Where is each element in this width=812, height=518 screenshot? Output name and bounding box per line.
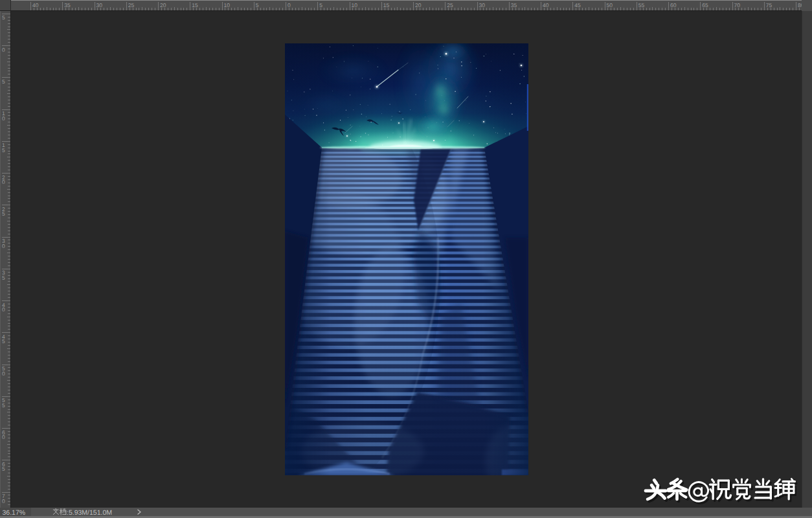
svg-text:0: 0 — [2, 179, 5, 185]
svg-text:5: 5 — [2, 14, 5, 21]
svg-text:15: 15 — [192, 2, 198, 8]
svg-text:5: 5 — [2, 402, 5, 409]
svg-text:15: 15 — [383, 2, 390, 8]
svg-text:50: 50 — [607, 2, 613, 8]
svg-text:5: 5 — [319, 2, 322, 8]
svg-text:45: 45 — [574, 2, 581, 8]
svg-text:5: 5 — [2, 210, 5, 217]
svg-text:5: 5 — [2, 466, 5, 472]
svg-text:5: 5 — [2, 147, 5, 153]
svg-text:35: 35 — [511, 2, 517, 8]
svg-text:0: 0 — [288, 2, 291, 8]
svg-text:40: 40 — [32, 2, 39, 8]
svg-text:0: 0 — [2, 243, 5, 249]
svg-text:0: 0 — [2, 370, 5, 377]
svg-text:10: 10 — [352, 2, 358, 8]
svg-text:36.17%: 36.17% — [3, 509, 26, 517]
svg-text:30: 30 — [479, 2, 486, 8]
svg-text:0: 0 — [2, 306, 5, 313]
svg-text:25: 25 — [447, 2, 453, 8]
svg-text::5.93M/151.0M: :5.93M/151.0M — [67, 509, 112, 517]
svg-text:5: 5 — [256, 2, 259, 8]
svg-text:20: 20 — [160, 2, 166, 8]
svg-text:30: 30 — [96, 2, 103, 8]
svg-text:5: 5 — [2, 338, 5, 344]
svg-text:10: 10 — [224, 2, 231, 8]
svg-text:70: 70 — [734, 2, 741, 8]
svg-text:0: 0 — [2, 47, 5, 53]
svg-text:20: 20 — [415, 2, 422, 8]
svg-text:0: 0 — [2, 498, 5, 504]
svg-text:0: 0 — [2, 115, 5, 122]
svg-text:55: 55 — [638, 2, 645, 8]
svg-text:5: 5 — [2, 275, 5, 281]
svg-text:0: 0 — [2, 434, 5, 440]
svg-text:25: 25 — [128, 2, 135, 8]
svg-text:35: 35 — [64, 2, 71, 8]
svg-text:60: 60 — [670, 2, 677, 8]
svg-text:75: 75 — [766, 2, 773, 8]
svg-text:40: 40 — [543, 2, 549, 8]
svg-text:5: 5 — [2, 78, 5, 85]
svg-text:65: 65 — [702, 2, 708, 8]
